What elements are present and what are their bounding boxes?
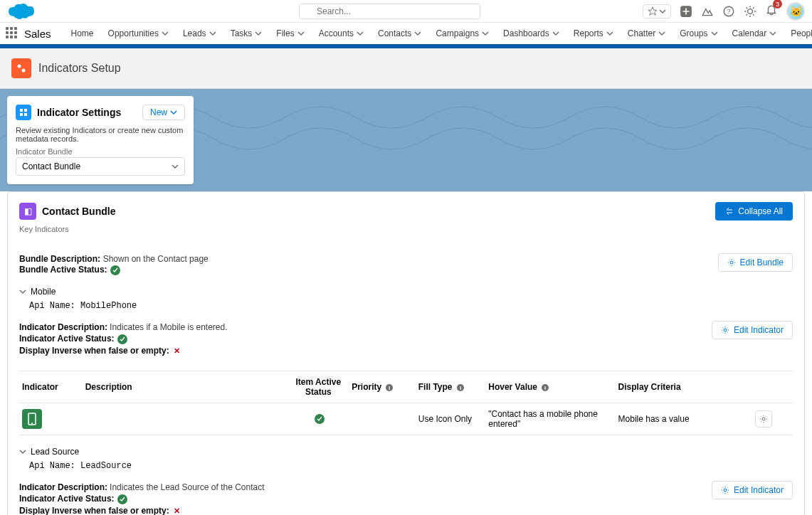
svg-point-23: [724, 489, 727, 492]
app-nav-bar: Sales HomeOpportunitiesLeadsTasksFilesAc…: [0, 23, 812, 46]
page-header: Indicators Setup: [0, 48, 812, 89]
svg-text:i: i: [389, 385, 390, 391]
add-icon[interactable]: [680, 5, 692, 18]
inverse-label: Display Inverse when false or empty:: [19, 506, 169, 515]
nav-item-accounts[interactable]: Accounts: [312, 22, 371, 45]
check-icon: [110, 265, 120, 275]
search-container: [299, 4, 480, 19]
chevron-down-icon: [482, 30, 489, 37]
bundle-active-label: Bundle Active Status:: [19, 265, 107, 275]
chevron-down-icon: [162, 30, 169, 37]
nav-label: Chatter: [628, 28, 655, 38]
user-avatar[interactable]: 🐱: [786, 2, 805, 21]
check-icon: [117, 334, 127, 344]
setup-gear-icon[interactable]: [744, 5, 756, 18]
row-settings-button[interactable]: [755, 410, 772, 428]
svg-point-6: [18, 65, 21, 68]
new-button[interactable]: New: [142, 105, 185, 120]
svg-rect-11: [24, 113, 27, 116]
nav-label: People: [791, 28, 812, 38]
svg-point-22: [762, 418, 765, 420]
help-icon[interactable]: ?: [722, 5, 735, 18]
svg-point-7: [22, 69, 26, 73]
nav-item-leads[interactable]: Leads: [176, 22, 223, 45]
bundle-desc-value: Shown on the Contact page: [103, 254, 209, 264]
nav-item-opportunities[interactable]: Opportunities: [101, 22, 176, 45]
settings-card-title: Indicator Settings: [37, 107, 121, 118]
chevron-down-icon: [209, 30, 216, 37]
edit-indicator-button[interactable]: Edit Indicator: [712, 321, 793, 339]
nav-label: Files: [276, 28, 294, 38]
nav-item-groups[interactable]: Groups: [673, 22, 724, 45]
salesforce-logo: [7, 2, 36, 21]
bundle-select-label: Indicator Bundle: [16, 147, 185, 156]
app-launcher-icon[interactable]: [6, 27, 17, 40]
nav-item-chatter[interactable]: Chatter: [621, 22, 673, 45]
svg-text:i: i: [544, 385, 546, 391]
svg-point-12: [730, 261, 733, 264]
check-icon: [315, 414, 325, 424]
edit-indicator-label: Edit Indicator: [734, 485, 784, 495]
chevron-down-icon: [606, 30, 613, 37]
x-icon: ✕: [172, 346, 182, 356]
indicator-section-toggle[interactable]: Mobile: [19, 287, 793, 297]
nav-label: Opportunities: [108, 28, 159, 38]
col-indicator: Indicator: [22, 382, 85, 392]
nav-item-reports[interactable]: Reports: [566, 22, 621, 45]
indicator-desc-label: Indicator Description:: [19, 322, 107, 332]
cell-hover: "Contact has a mobile phone entered": [488, 409, 618, 429]
global-search-input[interactable]: [299, 4, 480, 19]
nav-item-dashboards[interactable]: Dashboards: [496, 22, 566, 45]
collapse-all-button[interactable]: Collapse All: [715, 202, 793, 221]
chevron-down-icon: [769, 30, 776, 37]
indicator-name: Lead Source: [31, 447, 79, 457]
bundle-panel: ◧ Contact Bundle Collapse All Key Indica…: [7, 191, 805, 515]
cell-criteria: Mobile has a value: [618, 414, 755, 424]
nav-label: Accounts: [319, 28, 354, 38]
nav-item-files[interactable]: Files: [269, 22, 311, 45]
nav-label: Reports: [574, 28, 603, 38]
nav-label: Calendar: [732, 28, 767, 38]
bundle-desc-label: Bundle Description:: [19, 254, 100, 264]
chevron-down-icon: [414, 30, 421, 37]
bundle-title: Contact Bundle: [42, 206, 115, 217]
svg-point-5: [748, 9, 753, 14]
chevron-down-icon: [170, 109, 177, 116]
nav-item-people[interactable]: People: [784, 22, 812, 45]
settings-card-icon: [16, 105, 31, 120]
notification-badge: 3: [773, 0, 782, 9]
selected-bundle-value: Contact Bundle: [22, 161, 80, 171]
gear-icon: [721, 326, 729, 334]
nav-item-calendar[interactable]: Calendar: [725, 22, 784, 45]
trailhead-icon[interactable]: [701, 5, 714, 18]
indicator-swatch: [22, 409, 42, 429]
collapse-icon: [725, 207, 734, 216]
favorites-button[interactable]: [643, 4, 671, 18]
chevron-down-icon: [552, 30, 559, 37]
global-header: ? 3 🐱: [0, 0, 812, 23]
bundle-select[interactable]: Contact Bundle: [16, 157, 185, 176]
svg-rect-10: [20, 113, 23, 116]
indicator-name: Mobile: [31, 287, 56, 297]
nav-label: Campaigns: [436, 28, 479, 38]
svg-rect-9: [24, 109, 27, 112]
settings-description: Review existing Indicators or create new…: [16, 126, 185, 143]
edit-indicator-button[interactable]: Edit Indicator: [712, 481, 793, 499]
indicator-section-toggle[interactable]: Lead Source: [19, 447, 793, 457]
svg-point-13: [724, 329, 727, 331]
star-icon: [648, 6, 658, 16]
mobile-icon: [27, 413, 37, 425]
edit-bundle-button[interactable]: Edit Bundle: [718, 253, 793, 272]
hero-section: Indicator Settings New Review existing I…: [0, 89, 812, 191]
new-button-label: New: [150, 107, 167, 117]
bundle-subtitle: Key Indicators: [19, 225, 793, 233]
svg-text:i: i: [460, 385, 461, 391]
chevron-down-icon: [19, 288, 26, 295]
info-icon: i: [385, 383, 394, 392]
nav-item-home[interactable]: Home: [64, 22, 101, 45]
nav-item-tasks[interactable]: Tasks: [223, 22, 270, 45]
notifications-button[interactable]: 3: [765, 4, 778, 18]
col-description: Description: [85, 382, 285, 392]
nav-item-campaigns[interactable]: Campaigns: [428, 22, 496, 45]
nav-item-contacts[interactable]: Contacts: [371, 22, 428, 45]
